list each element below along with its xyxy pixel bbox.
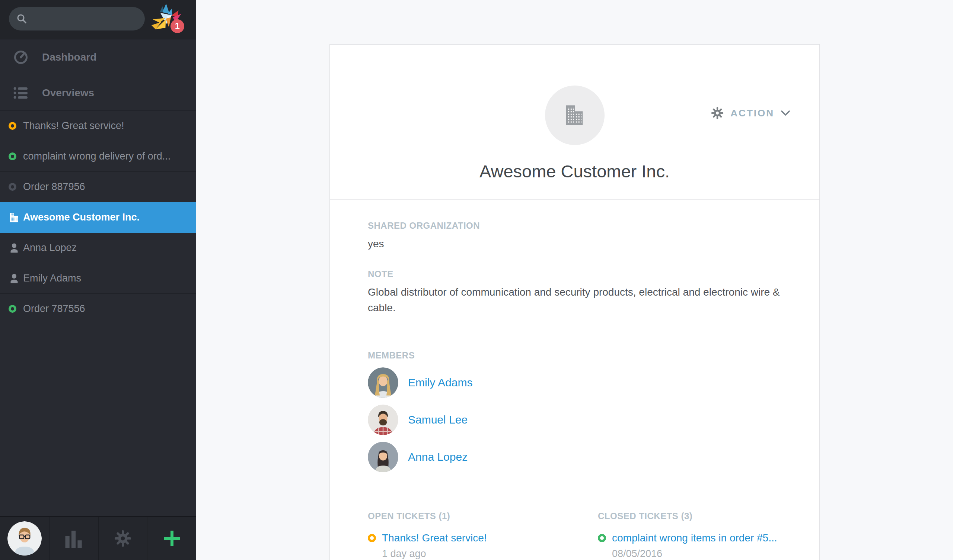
action-label: ACTION	[730, 107, 775, 119]
ticket-timestamp: 08/05/2016	[612, 548, 777, 560]
task-user-anna-lopez[interactable]: Anna Lopez	[0, 233, 196, 263]
gear-icon	[711, 106, 724, 120]
task-label: Awesome Customer Inc.	[23, 212, 143, 223]
task-ticket-thanks-great-service[interactable]: Thanks! Great service!	[0, 111, 196, 141]
task-label: Emily Adams	[23, 272, 85, 284]
field-label: NOTE	[368, 269, 781, 279]
organization-avatar	[545, 85, 605, 145]
sidebar-item-overviews[interactable]: Overviews	[0, 75, 196, 111]
anna-lopez-avatar	[368, 442, 398, 472]
closed-tickets-label: CLOSED TICKETS (3)	[598, 511, 797, 521]
task-organization-awesome-customer[interactable]: Awesome Customer Inc.	[0, 202, 196, 233]
tickets-section: OPEN TICKETS (1) Thanks! Great service! …	[330, 472, 820, 560]
organization-header: ACTION	[330, 85, 820, 200]
ticket-state-open-icon	[9, 122, 16, 130]
task-ticket-order-887956[interactable]: Order 887956	[0, 172, 196, 202]
user-icon	[9, 243, 23, 254]
menu-label: Dashboard	[42, 51, 96, 63]
ticket-state-open-icon	[368, 534, 376, 542]
open-tasks-list: Thanks! Great service! complaint wrong d…	[0, 111, 196, 324]
settings-gear-icon	[114, 529, 132, 548]
ticket-state-closed-icon	[598, 534, 606, 542]
members-section: MEMBERS	[330, 333, 820, 472]
field-value: Global distributor of communication and …	[368, 285, 781, 316]
content-area: ACTION	[196, 0, 953, 560]
task-label: Thanks! Great service!	[23, 120, 128, 131]
notifications-logo-button[interactable]: 1	[150, 2, 184, 36]
task-label: Order 887956	[23, 181, 89, 193]
dashboard-gauge-icon	[13, 50, 42, 65]
ticket-state-new-icon	[9, 183, 16, 191]
members-label: MEMBERS	[368, 350, 781, 361]
ticket-link[interactable]: complaint wrong items in order #5...	[612, 532, 777, 545]
member-row-samuel-lee[interactable]: Samuel Lee	[368, 405, 781, 435]
task-ticket-order-787556[interactable]: Order 787556	[0, 294, 196, 324]
chevron-down-icon	[781, 110, 790, 116]
plus-icon	[163, 529, 181, 548]
task-label: Anna Lopez	[23, 242, 81, 254]
admin-settings-button[interactable]	[98, 517, 147, 560]
member-link[interactable]: Emily Adams	[408, 376, 472, 389]
field-label: SHARED ORGANIZATION	[368, 221, 781, 231]
open-tickets-label: OPEN TICKETS (1)	[368, 511, 598, 521]
sidebar: 1 Dashboard	[0, 0, 196, 560]
stats-button[interactable]	[49, 517, 98, 560]
emily-adams-avatar	[368, 367, 398, 398]
ticket-row-open: Thanks! Great service! 1 day ago	[368, 532, 598, 560]
sidebar-menu: Dashboard Overviews	[0, 39, 196, 111]
search-input[interactable]	[32, 12, 140, 25]
ticket-row-closed: complaint wrong items in order #5... 08/…	[598, 532, 797, 560]
task-label: Order 787556	[23, 303, 89, 315]
field-shared-organization: SHARED ORGANIZATION yes	[368, 221, 781, 252]
organization-name: Awesome Customer Inc.	[330, 161, 820, 181]
samuel-lee-avatar	[368, 405, 398, 435]
ticket-timestamp: 1 day ago	[382, 548, 487, 560]
ticket-state-closed-icon	[9, 305, 16, 313]
member-link[interactable]: Samuel Lee	[408, 413, 467, 426]
field-note: NOTE Global distributor of communication…	[368, 269, 781, 316]
bar-chart-icon	[65, 529, 83, 548]
closed-tickets-column: CLOSED TICKETS (3) complaint wrong items…	[598, 511, 797, 560]
overviews-list-icon	[13, 87, 42, 99]
action-menu-button[interactable]: ACTION	[711, 106, 790, 120]
field-value: yes	[368, 236, 781, 252]
zammad-app: 1 Dashboard	[0, 0, 953, 560]
user-icon	[9, 273, 23, 284]
search-box[interactable]	[9, 7, 145, 31]
notification-badge: 1	[171, 19, 184, 33]
ticket-state-closed-icon	[9, 152, 16, 160]
member-row-emily-adams[interactable]: Emily Adams	[368, 367, 781, 398]
task-user-emily-adams[interactable]: Emily Adams	[0, 263, 196, 294]
new-ticket-button[interactable]	[147, 517, 196, 560]
organization-profile-card: ACTION	[329, 44, 820, 560]
user-profile-button[interactable]	[0, 517, 49, 560]
task-label: complaint wrong delivery of ord...	[23, 151, 174, 162]
building-icon	[563, 104, 587, 127]
sidebar-item-dashboard[interactable]: Dashboard	[0, 39, 196, 75]
menu-label: Overviews	[42, 87, 94, 99]
agent-avatar	[8, 521, 42, 555]
ticket-link[interactable]: Thanks! Great service!	[382, 532, 487, 545]
member-link[interactable]: Anna Lopez	[408, 451, 467, 463]
task-ticket-complaint-wrong-delivery[interactable]: complaint wrong delivery of ord...	[0, 141, 196, 172]
search-icon	[16, 13, 28, 25]
organization-building-icon	[9, 212, 23, 223]
sidebar-header: 1	[0, 0, 196, 39]
member-row-anna-lopez[interactable]: Anna Lopez	[368, 442, 781, 472]
organization-attributes: SHARED ORGANIZATION yes NOTE Global dist…	[330, 200, 820, 333]
sidebar-taskbar	[0, 516, 196, 560]
open-tickets-column: OPEN TICKETS (1) Thanks! Great service! …	[368, 511, 598, 560]
